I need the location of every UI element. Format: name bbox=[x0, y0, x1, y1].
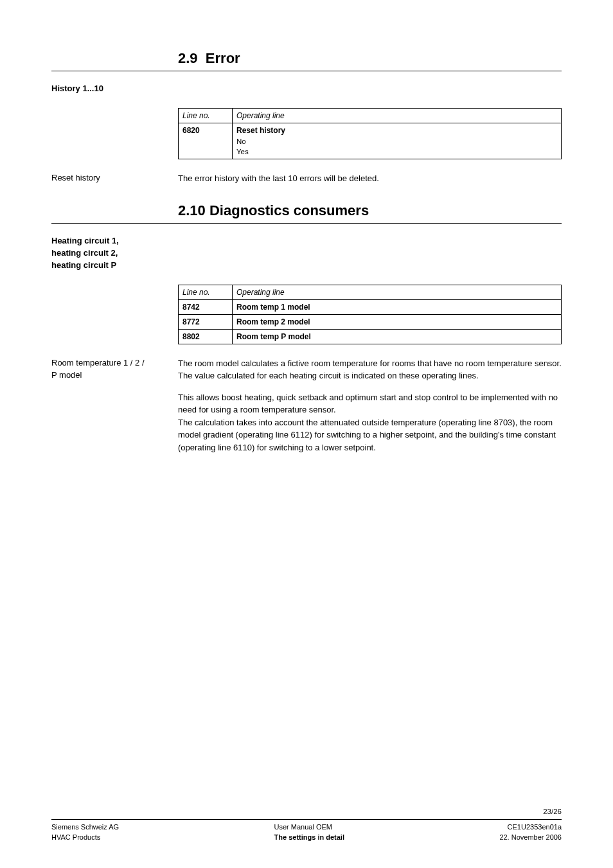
footer-division: HVAC Products bbox=[51, 833, 119, 842]
body-paragraph: This allows boost heating, quick setback… bbox=[178, 391, 562, 454]
heating-label-line: Heating circuit 1, bbox=[51, 235, 178, 247]
col-operating: Operating line bbox=[233, 108, 562, 123]
footer-chapter: The settings in detail bbox=[274, 833, 344, 842]
cell-line-no: 8742 bbox=[179, 299, 233, 314]
section-title: Diagnostics consumers bbox=[209, 202, 369, 218]
op-title: Reset history bbox=[236, 125, 557, 136]
table-row: 6820 Reset history No Yes bbox=[179, 123, 562, 159]
section-title: Error bbox=[206, 50, 240, 66]
page-footer: Siemens Schweiz AG HVAC Products User Ma… bbox=[51, 819, 562, 842]
footer-doc-id: CE1U2353en01a bbox=[499, 822, 562, 832]
op-title: Room temp 2 model bbox=[236, 317, 310, 326]
col-line-no: Line no. bbox=[179, 108, 233, 123]
history-label: History 1...10 bbox=[51, 83, 178, 95]
body-paragraph: The room model calculates a fictive room… bbox=[178, 357, 562, 382]
section-number: 2.9 bbox=[178, 50, 198, 66]
heating-label-line: heating circuit P bbox=[51, 260, 178, 272]
op-title: Room temp P model bbox=[236, 332, 311, 341]
heading-rule bbox=[51, 71, 562, 71]
room-temp-label: Room temperature 1 / 2 / P model bbox=[51, 357, 178, 463]
footer-company: Siemens Schweiz AG bbox=[51, 822, 119, 832]
page-number: 23/26 bbox=[51, 808, 562, 815]
diagnostics-table: Line no. Operating line 8742 Room temp 1… bbox=[178, 285, 562, 344]
cell-operating: Room temp 1 model bbox=[233, 299, 562, 314]
cell-operating: Reset history No Yes bbox=[233, 123, 562, 159]
heading-rule bbox=[51, 223, 562, 224]
room-temp-label-line: Room temperature 1 / 2 / bbox=[51, 357, 178, 369]
room-temp-body: The room model calculates a fictive room… bbox=[178, 357, 562, 463]
op-sub: No bbox=[236, 136, 557, 147]
room-temp-label-line: P model bbox=[51, 369, 178, 382]
heating-label: Heating circuit 1, heating circuit 2, he… bbox=[51, 235, 178, 272]
col-operating: Operating line bbox=[233, 285, 562, 299]
heating-label-line: heating circuit 2, bbox=[51, 247, 178, 260]
op-title: Room temp 1 model bbox=[236, 303, 310, 312]
error-table: Line no. Operating line 6820 Reset histo… bbox=[178, 108, 562, 159]
table-row: 8802 Room temp P model bbox=[179, 329, 562, 344]
cell-operating: Room temp 2 model bbox=[233, 314, 562, 329]
cell-line-no: 8772 bbox=[179, 314, 233, 329]
table-row: 8742 Room temp 1 model bbox=[179, 299, 562, 314]
reset-history-label: Reset history bbox=[51, 172, 178, 185]
table-row: 8772 Room temp 2 model bbox=[179, 314, 562, 329]
footer-doc-title: User Manual OEM bbox=[274, 822, 344, 832]
op-sub: Yes bbox=[236, 146, 557, 157]
reset-history-text: The error history with the last 10 error… bbox=[178, 172, 562, 185]
cell-line-no: 8802 bbox=[179, 329, 233, 344]
section-heading-error: 2.9 Error bbox=[178, 50, 562, 67]
cell-line-no: 6820 bbox=[179, 123, 233, 159]
col-line-no: Line no. bbox=[179, 285, 233, 299]
footer-date: 22. November 2006 bbox=[499, 833, 562, 842]
section-number: 2.10 bbox=[178, 202, 206, 218]
section-heading-diagnostics: 2.10 Diagnostics consumers bbox=[178, 202, 562, 219]
cell-operating: Room temp P model bbox=[233, 329, 562, 344]
